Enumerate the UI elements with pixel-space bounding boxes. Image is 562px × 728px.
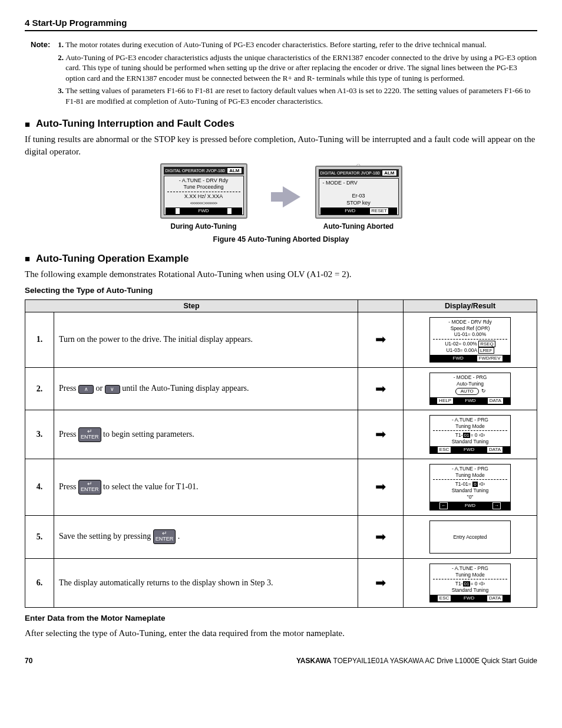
page-footer: 70 YASKAWA TOEPYAIL1E01A YASKAWA AC Driv… [25, 657, 537, 665]
enter-key-icon: ENTER [153, 529, 176, 544]
step-text: Turn on the power to the drive. The init… [54, 312, 358, 368]
table-row: 6. The display automatically returns to … [25, 559, 537, 608]
table-row: 4. Press ENTER to select the value for T… [25, 459, 537, 516]
operator-panel-right: DIGITAL OPERATOR JVOP-180ALM - MODE - DR… [315, 166, 402, 219]
table-row: 5. Save the setting by pressing ENTER . … [25, 515, 537, 559]
section-title: Auto-Tuning Interruption and Fault Codes [25, 118, 537, 130]
arrow-right-icon: ➡ [358, 367, 404, 410]
table-row: 3. Press ENTER to begin setting paramete… [25, 410, 537, 459]
arrow-right-icon [283, 186, 300, 207]
arrow-right-icon: ➡ [358, 410, 404, 459]
down-key-icon: ∨ [105, 385, 120, 394]
display-result: Entry Accepted [429, 521, 511, 554]
arrow-right-icon: ➡ [358, 459, 404, 516]
step-text: Press ENTER to begin setting parameters. [54, 410, 358, 459]
display-result: - MODE - PRG Auto-Tuning AUTO ↻ HELPFWDD… [429, 373, 511, 405]
page-number: 70 [25, 657, 32, 665]
chapter-title: 4 Start-Up Programming [25, 18, 537, 31]
brand-name: YASKAWA [296, 657, 332, 665]
section-text: If tuning results are abnormal or the ST… [25, 133, 537, 157]
section-text: After selecting the type of Auto-Tuning,… [25, 627, 537, 639]
section-text: The following example demonstrates Rotat… [25, 268, 537, 280]
note-block: Note: The motor rotates during execution… [25, 39, 537, 108]
step-text: Save the setting by pressing ENTER . [54, 515, 358, 559]
figure: DIGITAL OPERATOR JVOP-180ALM - A.TUNE - … [25, 163, 537, 243]
doc-title: TOEPYAIL1E01A YASKAWA AC Drive L1000E Qu… [331, 657, 537, 665]
col-display: Display/Result [404, 300, 537, 312]
note-item: The motor rotates during execution of Au… [65, 39, 537, 50]
display-result: - A.TUNE - PRG Tuning Mode T1-01= 0 ‹0› … [429, 415, 511, 454]
arrow-right-icon: ➡ [358, 312, 404, 368]
note-item: Auto-Tuning of PG-E3 encoder characteris… [65, 52, 537, 84]
step-text: Press ENTER to select the value for T1-0… [54, 459, 358, 516]
col-step: Step [25, 300, 358, 312]
steps-table: Step Display/Result 1. Turn on the power… [25, 299, 537, 608]
up-key-icon: ∧ [78, 385, 94, 394]
table-row: 1. Turn on the power to the drive. The i… [25, 312, 537, 368]
arrow-right-icon: ➡ [358, 559, 404, 608]
step-text: The display automatically returns to the… [54, 559, 358, 608]
note-item: The setting values of parameters F1-66 t… [65, 85, 537, 106]
enter-key-icon: ENTER [78, 480, 101, 495]
operator-panel-left: DIGITAL OPERATOR JVOP-180ALM - A.TUNE - … [160, 163, 247, 219]
figure-caption: Figure 45 Auto-Tuning Aborted Display [25, 235, 537, 243]
subsection-title: Selecting the Type of Auto-Tuning [25, 286, 537, 295]
display-result: - A.TUNE - PRG Tuning Mode T1-01= 0 ‹0› … [429, 564, 511, 602]
note-label: Note: [25, 39, 50, 108]
subsection-title: Enter Data from the Motor Nameplate [25, 614, 537, 622]
display-result: - A.TUNE - PRG Tuning Mode T1-01= 0 ‹0› … [429, 464, 511, 510]
figure-subcaption: Auto-Tuning Aborted [315, 222, 402, 230]
alm-badge: ALM [227, 167, 242, 174]
arrow-right-icon: ➡ [358, 515, 404, 559]
alm-badge: ALM [382, 170, 396, 176]
table-row: 2. Press ∧ or ∨ until the Auto-Tuning di… [25, 367, 537, 410]
display-result: - MODE - DRV Rdy Speed Ref (OPR) U1-01= … [429, 317, 511, 363]
step-text: Press ∧ or ∨ until the Auto-Tuning displ… [54, 367, 358, 410]
section-title: Auto-Tuning Operation Example [25, 253, 537, 265]
figure-subcaption: During Auto-Tuning [160, 222, 247, 230]
enter-key-icon: ENTER [78, 427, 101, 442]
